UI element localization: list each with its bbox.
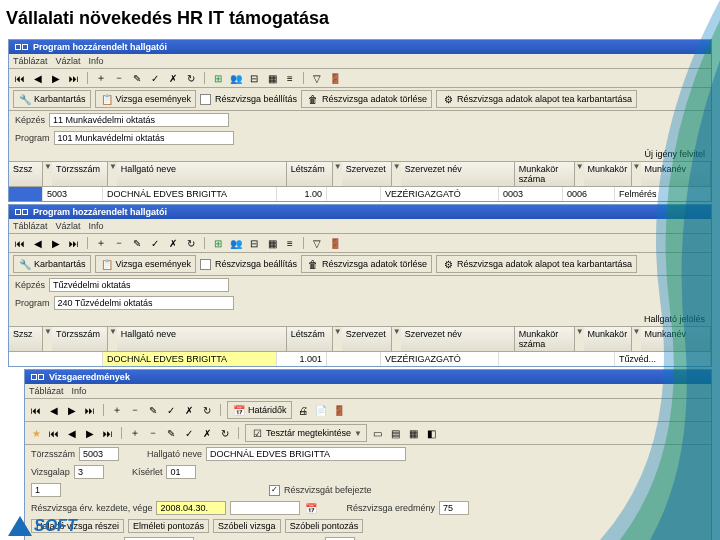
first-icon[interactable]: ⏮ — [13, 71, 27, 85]
edit-icon[interactable]: ✎ — [130, 236, 144, 250]
hataridok-button[interactable]: 📅Határidők — [227, 401, 292, 419]
first-icon[interactable]: ⏮ — [29, 403, 43, 417]
grid-icon[interactable]: ▦ — [265, 71, 279, 85]
vizsga-esemenyek-button[interactable]: 📋Vizsga események — [95, 90, 196, 108]
list-icon[interactable]: ≡ — [283, 236, 297, 250]
last-icon[interactable]: ⏭ — [67, 71, 81, 85]
refresh-icon[interactable]: ↻ — [200, 403, 214, 417]
save-icon[interactable]: ✓ — [164, 403, 178, 417]
last-icon[interactable]: ⏭ — [101, 426, 115, 440]
users-icon[interactable]: 👥 — [229, 236, 243, 250]
edit-icon[interactable]: ✎ — [130, 71, 144, 85]
new-icon[interactable]: ＋ — [128, 426, 142, 440]
refresh-icon[interactable]: ↻ — [218, 426, 232, 440]
refresh-icon[interactable]: ↻ — [184, 71, 198, 85]
save-icon[interactable]: ✓ — [148, 236, 162, 250]
delete-icon[interactable]: － — [146, 426, 160, 440]
tab-info[interactable]: Info — [89, 56, 104, 66]
torzsszam-field[interactable]: 5003 — [79, 447, 119, 461]
close-icon[interactable]: 🚪 — [328, 236, 342, 250]
delete-icon[interactable]: － — [112, 71, 126, 85]
prev-icon[interactable]: ◀ — [47, 403, 61, 417]
g1-icon[interactable]: ▭ — [371, 426, 385, 440]
reszvizsga-torles-button[interactable]: 🗑Részvizsga adatok törlése — [301, 255, 432, 273]
vizsga-esemenyek-button[interactable]: 📋Vizsga események — [95, 255, 196, 273]
first-icon[interactable]: ⏮ — [13, 236, 27, 250]
tab-info[interactable]: Info — [72, 386, 87, 396]
cancel-icon[interactable]: ✗ — [166, 71, 180, 85]
kiserlet-field[interactable]: 01 — [166, 465, 196, 479]
next-icon[interactable]: ▶ — [49, 236, 63, 250]
edit-icon[interactable]: ✎ — [164, 426, 178, 440]
edit-icon[interactable]: ✎ — [146, 403, 160, 417]
g2-icon[interactable]: ▤ — [389, 426, 403, 440]
tab-vazlat[interactable]: Vázlat — [56, 56, 81, 66]
excel-icon[interactable]: ⊞ — [211, 71, 225, 85]
save-icon[interactable]: ✓ — [182, 426, 196, 440]
reszvizsga-torles-button[interactable]: 🗑Részvizsga adatok törlése — [301, 90, 432, 108]
excel-icon[interactable]: ⊞ — [211, 236, 225, 250]
tesztar-button[interactable]: ☑Tesztár megtekintése▼ — [245, 424, 367, 442]
users-icon[interactable]: 👥 — [229, 71, 243, 85]
karbantartas-button[interactable]: 🔧Karbantartás — [13, 255, 91, 273]
kepzes-field[interactable]: 11 Munkavédelmi oktatás — [49, 113, 229, 127]
delete-icon[interactable]: － — [112, 236, 126, 250]
last-icon[interactable]: ⏭ — [67, 236, 81, 250]
tab-tablazat[interactable]: Táblázat — [29, 386, 64, 396]
print-icon[interactable]: 🖨 — [296, 403, 310, 417]
cancel-icon[interactable]: ✗ — [200, 426, 214, 440]
g3-icon[interactable]: ▦ — [407, 426, 421, 440]
tab-tablazat[interactable]: Táblázat — [13, 221, 48, 231]
prev-icon[interactable]: ◀ — [65, 426, 79, 440]
save-icon[interactable]: ✓ — [148, 71, 162, 85]
new-icon[interactable]: ＋ — [110, 403, 124, 417]
list-icon[interactable]: ≡ — [283, 71, 297, 85]
cancel-icon[interactable]: ✗ — [182, 403, 196, 417]
vizsgalap-field[interactable]: 3 — [74, 465, 104, 479]
close-icon[interactable]: 🚪 — [328, 71, 342, 85]
program-label: Program — [15, 133, 50, 143]
program-field[interactable]: 101 Munkavédelmi oktatás — [54, 131, 234, 145]
next-icon[interactable]: ▶ — [65, 403, 79, 417]
prev-icon[interactable]: ◀ — [31, 71, 45, 85]
new-icon[interactable]: ＋ — [94, 71, 108, 85]
filter-icon[interactable]: ▽ — [310, 71, 324, 85]
prev-icon[interactable]: ◀ — [31, 236, 45, 250]
first-icon[interactable]: ⏮ — [47, 426, 61, 440]
checkbox[interactable] — [200, 259, 211, 270]
cancel-icon[interactable]: ✗ — [166, 236, 180, 250]
star-icon[interactable]: ★ — [29, 426, 43, 440]
new-icon[interactable]: ＋ — [94, 236, 108, 250]
tab-tablazat[interactable]: Táblázat — [13, 56, 48, 66]
program-field[interactable]: 240 Tűzvédelmi oktatás — [54, 296, 234, 310]
tree-icon[interactable]: ⊟ — [247, 71, 261, 85]
soft-logo: SOFT — [8, 516, 77, 536]
num-field[interactable]: 1 — [31, 483, 61, 497]
g4-icon[interactable]: ◧ — [425, 426, 439, 440]
checkbox-reszvizsga[interactable] — [200, 94, 211, 105]
hallgato-field[interactable]: DOCHNÁL EDVES BRIGITTA — [206, 447, 406, 461]
next-icon[interactable]: ▶ — [83, 426, 97, 440]
close-icon[interactable]: 🚪 — [332, 403, 346, 417]
tab-vazlat[interactable]: Vázlat — [56, 221, 81, 231]
tab-info[interactable]: Info — [89, 221, 104, 231]
tree-icon[interactable]: ⊟ — [247, 236, 261, 250]
filter-icon[interactable]: ▽ — [310, 236, 324, 250]
kepzes-label: Képzés — [15, 115, 45, 125]
doc-icon[interactable]: 📄 — [314, 403, 328, 417]
kepzes-field[interactable]: Tűzvédelmi oktatás — [49, 278, 229, 292]
delete-icon[interactable]: － — [128, 403, 142, 417]
karbantartas-button[interactable]: 🔧Karbantartás — [13, 90, 91, 108]
refresh-icon[interactable]: ↻ — [184, 236, 198, 250]
grid-icon[interactable]: ▦ — [265, 236, 279, 250]
last-icon[interactable]: ⏭ — [83, 403, 97, 417]
next-icon[interactable]: ▶ — [49, 71, 63, 85]
reszvizsga-befejezte-checkbox[interactable] — [269, 485, 280, 496]
